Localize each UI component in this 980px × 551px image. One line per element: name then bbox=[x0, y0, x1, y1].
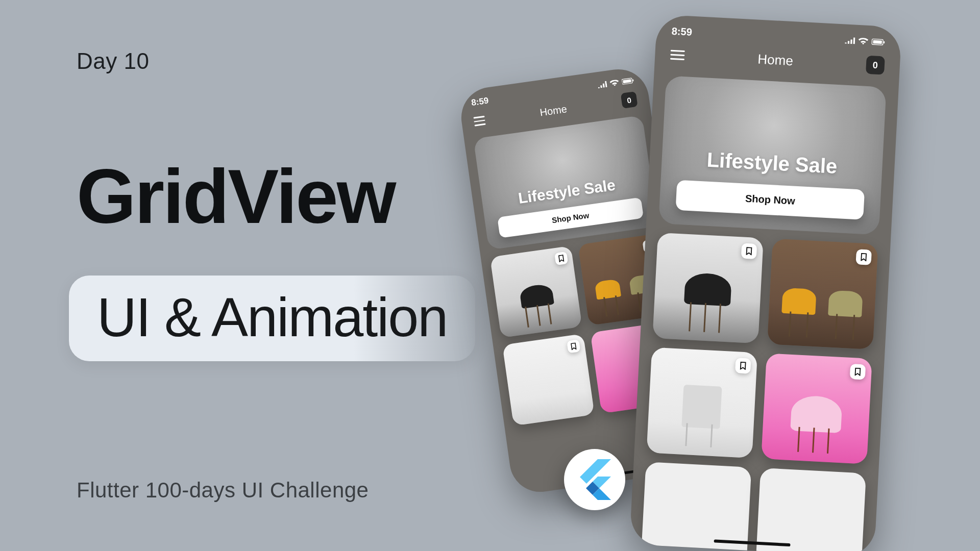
status-time: 8:59 bbox=[671, 26, 692, 38]
chair-icon bbox=[781, 288, 817, 315]
grid-item[interactable] bbox=[652, 233, 764, 344]
bookmark-icon[interactable] bbox=[855, 249, 872, 265]
svg-rect-1 bbox=[623, 79, 631, 83]
chair-icon bbox=[828, 290, 863, 317]
hamburger-icon[interactable] bbox=[473, 116, 485, 126]
hamburger-icon[interactable] bbox=[670, 49, 685, 60]
signal-icon bbox=[845, 37, 855, 44]
nav-title: Home bbox=[757, 51, 794, 69]
main-title: GridView bbox=[77, 158, 395, 235]
footer-text: Flutter 100-days UI Challenge bbox=[77, 478, 369, 503]
nav-title: Home bbox=[539, 103, 568, 118]
status-icons-group bbox=[845, 37, 886, 45]
hero-card[interactable]: Lifestyle Sale Shop Now bbox=[473, 115, 657, 250]
status-icons-group bbox=[597, 77, 634, 88]
cart-badge[interactable]: 0 bbox=[621, 91, 638, 109]
battery-icon bbox=[622, 77, 634, 85]
flutter-logo-icon bbox=[578, 459, 611, 500]
bookmark-icon[interactable] bbox=[741, 243, 757, 259]
bookmark-icon[interactable] bbox=[567, 339, 580, 353]
wifi-icon bbox=[858, 38, 869, 45]
svg-rect-2 bbox=[632, 79, 634, 81]
grid-item[interactable] bbox=[755, 468, 866, 551]
grid-item[interactable] bbox=[761, 353, 872, 464]
wifi-icon bbox=[609, 79, 619, 86]
chair-icon bbox=[595, 279, 621, 300]
grid-item[interactable] bbox=[647, 347, 758, 459]
chair-icon bbox=[682, 385, 722, 429]
chair-icon bbox=[684, 272, 732, 306]
subtitle-pill: UI & Animation bbox=[69, 276, 475, 361]
svg-rect-4 bbox=[873, 40, 882, 44]
battery-icon bbox=[871, 38, 886, 45]
product-grid bbox=[629, 232, 890, 551]
chair-icon bbox=[790, 395, 843, 433]
svg-rect-5 bbox=[884, 41, 885, 43]
phone-mock-large: 8:59 Home 0 Lifestyle Sale Shop Now bbox=[629, 14, 902, 551]
bookmark-icon[interactable] bbox=[735, 358, 751, 374]
bookmark-icon[interactable] bbox=[554, 252, 568, 265]
signal-icon bbox=[597, 81, 607, 88]
hero-card[interactable]: Lifestyle Sale Shop Now bbox=[658, 76, 887, 235]
status-time: 8:59 bbox=[471, 95, 489, 108]
day-label: Day 10 bbox=[77, 48, 149, 74]
flutter-logo-badge bbox=[564, 449, 625, 510]
subtitle-text: UI & Animation bbox=[97, 290, 447, 345]
grid-item[interactable] bbox=[502, 334, 595, 426]
hero-title: Lifestyle Sale bbox=[706, 148, 838, 178]
cart-badge[interactable]: 0 bbox=[866, 56, 885, 75]
grid-item[interactable] bbox=[490, 246, 582, 338]
grid-item[interactable] bbox=[767, 239, 878, 350]
shop-now-button[interactable]: Shop Now bbox=[676, 180, 865, 220]
bookmark-icon[interactable] bbox=[850, 364, 866, 380]
grid-item[interactable] bbox=[641, 462, 752, 551]
